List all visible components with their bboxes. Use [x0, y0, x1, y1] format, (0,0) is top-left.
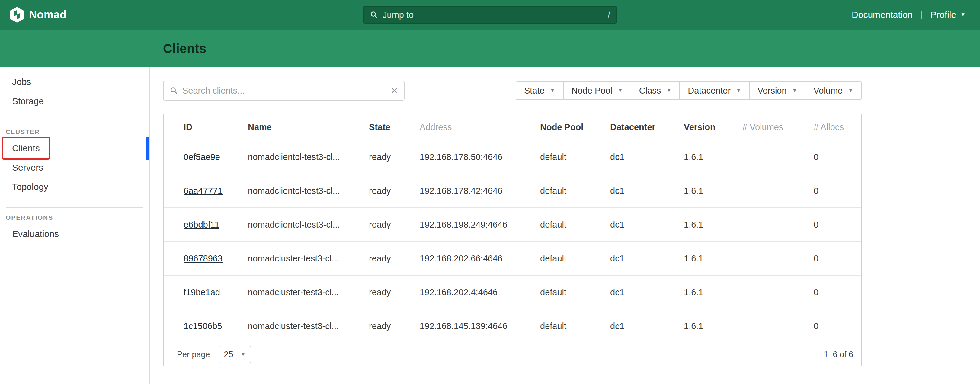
cell-name: nomadclientcl-test3-cl... — [228, 174, 349, 208]
client-id-link[interactable]: 0ef5ae9e — [184, 152, 220, 162]
table-header-row: ID Name State Address Node Pool Datacent… — [164, 115, 861, 140]
chevron-down-icon: ▼ — [618, 88, 623, 94]
column-header-node-pool[interactable]: Node Pool — [520, 115, 590, 140]
cell-volumes — [722, 309, 794, 343]
sidebar-item-servers[interactable]: Servers — [0, 158, 150, 177]
main-area: ✕ State ▼ Node Pool ▼ Class ▼ Datacenter… — [150, 67, 980, 384]
cell-state: ready — [349, 208, 400, 242]
cell-volumes — [722, 140, 794, 174]
sidebar-item-clients[interactable]: Clients — [0, 139, 150, 158]
cell-node-pool: default — [520, 309, 590, 343]
brand-name: Nomad — [29, 8, 67, 21]
clients-search-input[interactable] — [182, 86, 387, 96]
cell-id: f19be1ad — [164, 275, 228, 309]
client-row[interactable]: 6aa47771 nomadclientcl-test3-cl... ready… — [164, 174, 861, 208]
top-navigation: Nomad / Documentation | Profile ▼ — [0, 0, 980, 30]
chevron-down-icon: ▼ — [792, 88, 797, 94]
cell-name: nomadclientcl-test3-cl... — [228, 208, 349, 242]
per-page-label: Per page — [177, 350, 210, 359]
cell-name: nomadcluster-test3-cl... — [228, 275, 349, 309]
per-page-value: 25 — [224, 350, 233, 359]
cell-datacenter: dc1 — [590, 275, 664, 309]
client-row[interactable]: 1c1506b5 nomadcluster-test3-cl... ready … — [164, 309, 861, 343]
cell-node-pool: default — [520, 242, 590, 275]
sidebar-item-topology[interactable]: Topology — [0, 177, 150, 196]
sidebar-item-evaluations[interactable]: Evaluations — [0, 224, 150, 244]
cell-version: 1.6.1 — [664, 174, 722, 208]
cell-version: 1.6.1 — [664, 242, 722, 275]
chevron-down-icon: ▼ — [736, 88, 741, 94]
column-header-datacenter[interactable]: Datacenter — [590, 115, 664, 140]
cell-address: 192.168.178.50:4646 — [400, 140, 520, 174]
column-header-version[interactable]: Version — [664, 115, 722, 140]
cell-name: nomadcluster-test3-cl... — [228, 309, 349, 343]
column-header-name[interactable]: Name — [228, 115, 349, 140]
profile-label: Profile — [931, 10, 956, 20]
sidebar-section-cluster: CLUSTER — [6, 128, 150, 135]
clients-table: ID Name State Address Node Pool Datacent… — [164, 115, 861, 343]
chevron-down-icon: ▼ — [240, 351, 246, 357]
chevron-down-icon: ▼ — [848, 88, 853, 94]
cell-allocs: 0 — [794, 140, 861, 174]
sidebar-item-storage[interactable]: Storage — [0, 91, 150, 111]
page-title: Clients — [163, 41, 207, 56]
chevron-down-icon: ▼ — [666, 88, 671, 94]
brand[interactable]: Nomad — [10, 7, 67, 22]
client-id-link[interactable]: f19be1ad — [184, 287, 220, 297]
client-row[interactable]: 0ef5ae9e nomadclientcl-test3-cl... ready… — [164, 140, 861, 174]
cell-datacenter: dc1 — [590, 208, 664, 242]
filter-node-pool[interactable]: Node Pool ▼ — [563, 81, 631, 100]
cell-version: 1.6.1 — [664, 275, 722, 309]
chevron-down-icon: ▼ — [550, 88, 555, 94]
documentation-link[interactable]: Documentation — [852, 10, 913, 20]
client-id-link[interactable]: 6aa47771 — [184, 186, 223, 196]
sidebar-divider — [6, 207, 143, 208]
column-header-volumes: # Volumes — [722, 115, 794, 140]
cell-allocs: 0 — [794, 275, 861, 309]
column-header-address: Address — [400, 115, 520, 140]
cell-state: ready — [349, 309, 400, 343]
filter-datacenter[interactable]: Datacenter ▼ — [679, 81, 749, 100]
cell-datacenter: dc1 — [590, 140, 664, 174]
client-id-link[interactable]: 1c1506b5 — [184, 321, 222, 331]
cell-id: 0ef5ae9e — [164, 140, 228, 174]
cell-allocs: 0 — [794, 242, 861, 275]
cell-name: nomadcluster-test3-cl... — [228, 242, 349, 275]
filter-volume[interactable]: Volume ▼ — [805, 81, 862, 100]
cell-state: ready — [349, 242, 400, 275]
chevron-down-icon: ▼ — [960, 12, 966, 18]
column-header-id[interactable]: ID — [164, 115, 228, 140]
cell-datacenter: dc1 — [590, 174, 664, 208]
per-page-select[interactable]: 25 ▼ — [219, 346, 251, 363]
column-header-state[interactable]: State — [349, 115, 400, 140]
profile-menu[interactable]: Profile ▼ — [931, 10, 966, 20]
filter-class[interactable]: Class ▼ — [631, 81, 680, 100]
jump-to-input[interactable] — [382, 10, 603, 20]
jump-to-search[interactable]: / — [363, 6, 617, 24]
table-footer: Per page 25 ▼ 1–6 of 6 — [164, 343, 861, 366]
filter-group: State ▼ Node Pool ▼ Class ▼ Datacenter ▼… — [515, 81, 862, 100]
client-id-link[interactable]: e6bdbf11 — [184, 220, 220, 229]
cell-id: 89678963 — [164, 242, 228, 275]
client-row[interactable]: 89678963 nomadcluster-test3-cl... ready … — [164, 242, 861, 275]
clients-search[interactable]: ✕ — [163, 81, 404, 100]
clear-search-icon[interactable]: ✕ — [391, 86, 398, 96]
sidebar-divider — [6, 122, 143, 122]
cell-datacenter: dc1 — [590, 309, 664, 343]
client-row[interactable]: e6bdbf11 nomadclientcl-test3-cl... ready… — [164, 208, 861, 242]
cell-address: 192.168.178.42:4646 — [400, 174, 520, 208]
sidebar: Jobs Storage CLUSTER Clients Servers Top… — [0, 67, 150, 384]
filter-label: State — [524, 86, 545, 96]
pagination-range: 1–6 of 6 — [824, 350, 853, 359]
filter-version[interactable]: Version ▼ — [749, 81, 806, 100]
cell-volumes — [722, 208, 794, 242]
shortcut-hint: / — [608, 10, 610, 20]
client-id-link[interactable]: 89678963 — [184, 253, 223, 263]
sidebar-item-jobs[interactable]: Jobs — [0, 72, 150, 91]
client-row[interactable]: f19be1ad nomadcluster-test3-cl... ready … — [164, 275, 861, 309]
cell-volumes — [722, 275, 794, 309]
clients-table-card: ID Name State Address Node Pool Datacent… — [163, 114, 862, 366]
filter-label: Class — [639, 86, 661, 96]
sidebar-section-operations: OPERATIONS — [6, 214, 150, 221]
filter-state[interactable]: State ▼ — [515, 81, 564, 100]
